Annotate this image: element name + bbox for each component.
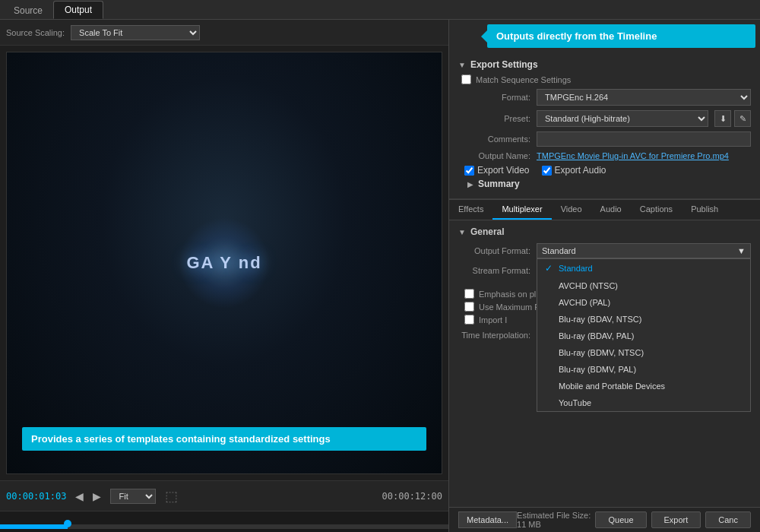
output-format-value: Standard [542, 246, 576, 255]
general-section-title: General [470, 226, 505, 237]
comments-label: Comments: [458, 135, 530, 144]
dropdown-item-label: AVCHD (PAL) [559, 298, 610, 307]
file-size-label: Estimated File Size: 11 MB [517, 511, 595, 529]
format-row: Format: TMPGEnc H.264 [458, 89, 751, 106]
preset-select[interactable]: Standard (High-bitrate) [537, 110, 708, 127]
time-start-display: 00:00:01:03 [6, 491, 66, 502]
edit-preset-button[interactable]: ✎ [734, 110, 751, 127]
general-chevron-icon[interactable]: ▼ [458, 228, 466, 236]
match-seq-row: Match Sequence Settings [458, 74, 751, 84]
right-panel: Outputs directly from the Timeline ▼ Exp… [448, 20, 760, 532]
use-max-label: Use Maximum R [479, 302, 540, 312]
output-name-link[interactable]: TMPGEnc Movie Plug-in AVC for Premiere P… [537, 151, 729, 160]
tab-multiplexer[interactable]: Multiplexer [492, 200, 551, 220]
metadata-button[interactable]: Metadata... [458, 511, 517, 528]
output-format-row: Output Format: Standard ▼ ✓ Standard [458, 243, 751, 258]
tab-publish[interactable]: Publish [682, 200, 727, 220]
export-button[interactable]: Export [651, 511, 701, 528]
source-scaling-label: Source Scaling: [6, 28, 65, 37]
tab-effects[interactable]: Effects [449, 200, 492, 220]
back-button[interactable]: ◀ [72, 489, 87, 504]
stream-format-label: Stream Format: [458, 266, 530, 275]
callout-arrow [481, 30, 487, 43]
dropdown-item-mobile[interactable]: Mobile and Portable Devices [537, 378, 750, 394]
export-chevron-icon[interactable]: ▼ [458, 61, 466, 69]
export-checks: Export Video Export Audio [458, 165, 751, 176]
dropdown-item-standard[interactable]: ✓ Standard [537, 259, 750, 277]
progress-fill [0, 524, 68, 529]
export-section-title: Export Settings [470, 59, 538, 70]
queue-button[interactable]: Queue [595, 511, 646, 528]
timeline-controls: ◀ ▶ [72, 489, 104, 504]
comments-row: Comments: [458, 131, 751, 147]
dropdown-item-bluray-bdav-ntsc[interactable]: Blu-ray (BDAV, NTSC) [537, 311, 750, 328]
insert-icon: ⬚ [165, 488, 178, 505]
time-end-display: 00:00:12:00 [382, 491, 442, 502]
export-video-check: Export Video [464, 165, 530, 176]
summary-row[interactable]: ▶ Summary [458, 176, 751, 192]
export-audio-label: Export Audio [555, 165, 606, 176]
dropdown-item-bluray-bdmv-ntsc[interactable]: Blu-ray (BDMV, NTSC) [537, 344, 750, 361]
play-button[interactable]: ▶ [90, 489, 104, 504]
timeline-bar: 00:00:01:03 ◀ ▶ Fit ⬚ 00:00:12:00 [0, 480, 448, 511]
preview-tooltip: Provides a series of templates containin… [22, 427, 426, 451]
format-select[interactable]: TMPGEnc H.264 [537, 89, 751, 106]
use-max-checkbox[interactable] [464, 302, 474, 312]
dropdown-item-label: Blu-ray (BDMV, PAL) [559, 365, 636, 374]
tab-captions[interactable]: Captions [631, 200, 682, 220]
dropdown-item-bluray-bdmv-pal[interactable]: Blu-ray (BDMV, PAL) [537, 361, 750, 378]
export-video-checkbox[interactable] [464, 166, 474, 176]
dropdown-item-label: YouTube [559, 398, 591, 407]
format-label: Format: [458, 93, 530, 102]
callout-box: Outputs directly from the Timeline [487, 24, 755, 48]
source-bar: Source Scaling: Scale To FitNo ScalingSt… [0, 20, 448, 46]
summary-chevron-icon: ▶ [467, 180, 473, 188]
match-seq-checkbox[interactable] [461, 74, 471, 84]
tab-audio[interactable]: Audio [591, 200, 631, 220]
left-panel: Source Scaling: Scale To FitNo ScalingSt… [0, 20, 448, 532]
export-video-label: Export Video [477, 165, 530, 176]
dropdown-item-avchd-pal[interactable]: AVCHD (PAL) [537, 294, 750, 311]
bottom-action-buttons: Queue Export Canc [595, 511, 751, 528]
output-format-label: Output Format: [458, 246, 530, 255]
import-label: Import I [479, 315, 507, 325]
dropdown-item-youtube[interactable]: YouTube [537, 394, 750, 411]
dropdown-item-bluray-bdav-pal[interactable]: Blu-ray (BDAV, PAL) [537, 328, 750, 344]
bottom-status-bar: Metadata... Estimated File Size: 11 MB Q… [449, 507, 760, 532]
output-name-row: Output Name: TMPGEnc Movie Plug-in AVC f… [458, 151, 751, 160]
output-format-dropdown-menu: ✓ Standard AVCHD (NTSC) AVCHD (PAL) [537, 258, 751, 412]
general-section: ▼ General Output Format: Standard ▼ ✓ St… [449, 220, 760, 289]
source-scaling-select[interactable]: Scale To FitNo ScalingStretch to Fill [71, 25, 200, 40]
callout-text: Outputs directly from the Timeline [496, 30, 657, 42]
save-preset-button[interactable]: ⬇ [714, 110, 731, 127]
progress-handle[interactable] [64, 520, 71, 527]
output-name-label: Output Name: [458, 151, 530, 160]
preset-icon-buttons: ⬇ ✎ [714, 110, 751, 127]
progress-area[interactable] [0, 511, 448, 532]
bottom-tabs: Effects Multiplexer Video Audio Captions… [449, 199, 760, 220]
import-checkbox[interactable] [464, 315, 474, 325]
progress-track [0, 524, 448, 529]
time-interp-label: Time Interpolation: [458, 331, 530, 340]
main-layout: Source Scaling: Scale To FitNo ScalingSt… [0, 20, 760, 532]
dropdown-item-avchd-ntsc[interactable]: AVCHD (NTSC) [537, 277, 750, 294]
export-title-row: ▼ Export Settings [458, 59, 751, 70]
cancel-button[interactable]: Canc [705, 511, 751, 528]
dropdown-item-label: Blu-ray (BDAV, NTSC) [559, 315, 641, 324]
output-format-dropdown-trigger[interactable]: Standard ▼ [537, 243, 751, 258]
comments-input[interactable] [537, 131, 751, 147]
export-audio-check: Export Audio [542, 165, 606, 176]
tab-output[interactable]: Output [53, 1, 103, 19]
export-audio-checkbox[interactable] [542, 166, 552, 176]
video-preview: GA Y nd [7, 52, 442, 473]
tab-video[interactable]: Video [552, 200, 591, 220]
preset-label: Preset: [458, 114, 530, 123]
emphasis-checkbox[interactable] [464, 289, 474, 299]
preset-row: Preset: Standard (High-bitrate) ⬇ ✎ [458, 110, 751, 127]
dropdown-chevron-icon: ▼ [737, 246, 746, 255]
match-seq-label: Match Sequence Settings [476, 75, 571, 84]
dropdown-item-label: Blu-ray (BDAV, PAL) [559, 331, 634, 340]
tab-source[interactable]: Source [3, 2, 53, 19]
fit-select[interactable]: Fit [110, 489, 156, 504]
summary-label: Summary [478, 179, 520, 189]
